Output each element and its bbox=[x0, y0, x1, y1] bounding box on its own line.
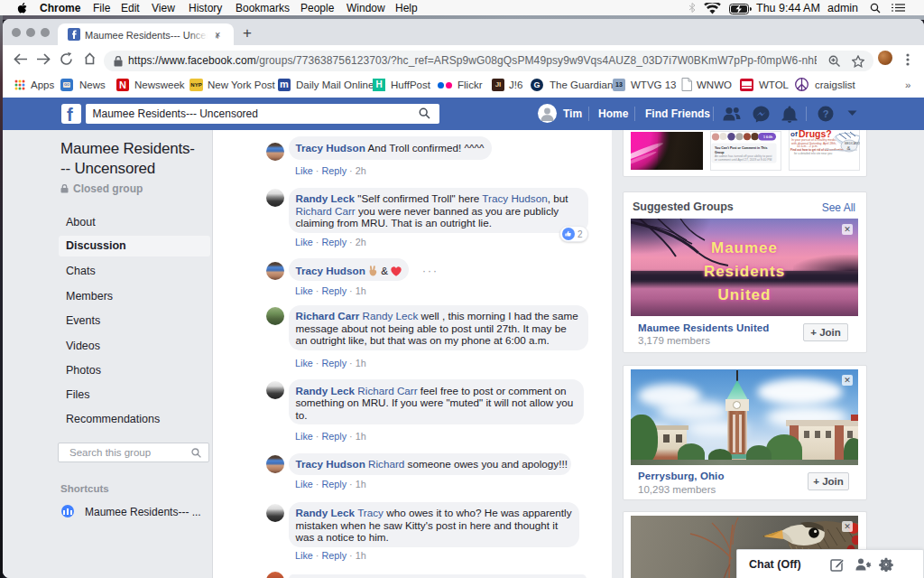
svg-text:?: ? bbox=[823, 108, 829, 119]
svg-text:1 6:0h: 1 6:0h bbox=[763, 135, 772, 139]
svg-text:An admin has turned off your a: An admin has turned off your ability to … bbox=[715, 154, 772, 158]
svg-text:for a detailed info site near: for a detailed info site near you bbox=[794, 152, 832, 155]
svg-text:of: of bbox=[790, 130, 798, 138]
svg-text:or comment until April 27, 201: or comment until April 27, 2019 at 9:40 … bbox=[715, 158, 772, 162]
svg-text:You Can't Post or Comment in T: You Can't Post or Comment in This bbox=[715, 146, 767, 150]
svg-text:Group: Group bbox=[715, 151, 725, 154]
svg-text:10 a.m. - 2 p.m.: 10 a.m. - 2 p.m. bbox=[797, 144, 818, 148]
